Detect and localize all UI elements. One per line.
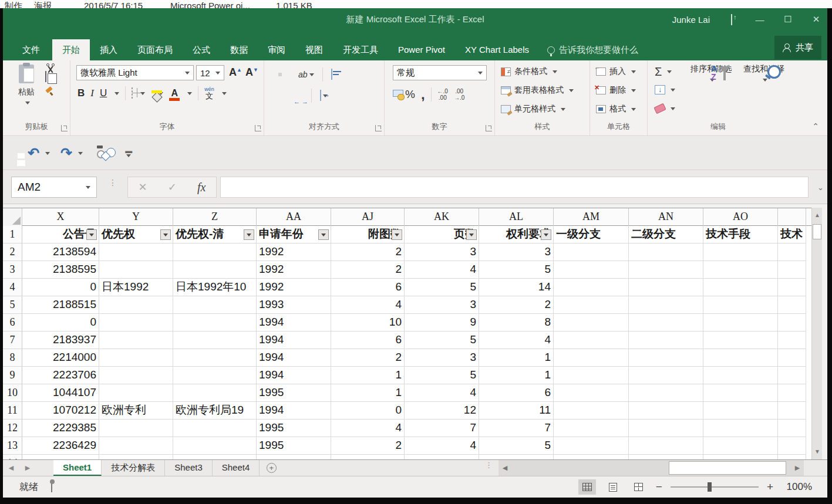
format-cells-button[interactable]: 格式 — [596, 104, 636, 114]
header-cell[interactable]: 附图数 — [331, 226, 405, 243]
data-cell[interactable]: 3 — [405, 296, 479, 314]
macro-record-button[interactable] — [38, 482, 52, 492]
data-cell[interactable]: 4 — [405, 437, 479, 455]
sheet-tab-Sheet4[interactable]: Sheet4 — [213, 460, 260, 476]
data-cell[interactable]: 3 — [405, 243, 479, 261]
row-number-9[interactable]: 9 — [3, 367, 22, 384]
data-cell[interactable]: 2 — [331, 261, 405, 279]
formula-input[interactable] — [220, 177, 809, 198]
minimize-button[interactable]: — — [753, 15, 766, 25]
vertical-scroll-thumb[interactable] — [813, 224, 821, 239]
customize-qat-button[interactable]: ▬ — [125, 148, 132, 158]
data-cell[interactable]: 1994 — [257, 349, 331, 367]
data-cell[interactable]: 0 — [22, 279, 99, 296]
redo-button[interactable]: ↷ — [60, 147, 72, 160]
normal-view-button[interactable] — [578, 479, 596, 495]
sheet-tab-技术分解表[interactable]: 技术分解表 — [102, 460, 165, 476]
data-cell[interactable] — [703, 367, 778, 384]
expand-formula-bar-button[interactable]: ⌄ — [817, 183, 824, 192]
data-cell[interactable] — [703, 243, 778, 261]
data-cell[interactable] — [99, 243, 173, 261]
data-cell[interactable]: 1044107 — [22, 384, 99, 402]
zoom-in-button[interactable]: + — [767, 481, 773, 493]
increase-font-size-button[interactable]: A▲ — [229, 66, 242, 79]
data-cell[interactable]: 5 — [405, 332, 479, 349]
data-cell[interactable] — [554, 314, 629, 332]
data-cell[interactable]: 0 — [331, 402, 405, 420]
ribbon-tab-1[interactable]: 开始 — [52, 39, 90, 60]
select-all-corner[interactable] — [3, 208, 22, 226]
camera-button[interactable] — [87, 148, 92, 158]
wrap-text-button[interactable] — [331, 69, 332, 80]
data-cell[interactable] — [778, 367, 806, 384]
data-cell[interactable]: 5 — [405, 279, 479, 296]
data-cell[interactable] — [331, 455, 405, 459]
data-cell[interactable]: 0 — [22, 314, 99, 332]
data-cell[interactable] — [778, 437, 806, 455]
data-cell[interactable] — [173, 243, 257, 261]
filter-dropdown-button[interactable] — [541, 229, 551, 240]
data-cell[interactable] — [173, 314, 257, 332]
header-cell[interactable]: 技术手段 — [703, 226, 778, 243]
data-cell[interactable]: 3 — [479, 243, 554, 261]
ribbon-tab-7[interactable]: 视图 — [295, 39, 333, 60]
maximize-button[interactable]: ☐ — [782, 14, 794, 25]
data-cell[interactable] — [629, 261, 703, 279]
horizontal-scrollbar[interactable]: ◀ ▶ — [498, 460, 804, 476]
orientation-button[interactable]: ab — [298, 69, 314, 80]
data-cell[interactable] — [703, 332, 778, 349]
formula-bar-splitter[interactable]: ⋮ — [109, 181, 117, 185]
scroll-right-arrow[interactable]: ▶ — [791, 464, 804, 472]
data-cell[interactable]: 14 — [479, 279, 554, 296]
sort-filter-button[interactable]: AZ 排序和筛选 — [684, 64, 738, 85]
data-cell[interactable] — [99, 420, 173, 437]
data-cell[interactable]: 3 — [405, 349, 479, 367]
data-cell[interactable] — [778, 243, 806, 261]
data-cell[interactable]: 2 — [331, 349, 405, 367]
data-cell[interactable]: 8 — [479, 314, 554, 332]
name-box[interactable]: AM2 — [11, 177, 97, 198]
data-cell[interactable] — [778, 349, 806, 367]
data-cell[interactable]: 2229385 — [22, 420, 99, 437]
data-cell[interactable] — [173, 420, 257, 437]
data-cell[interactable]: 1 — [331, 367, 405, 384]
data-cell[interactable]: 10 — [331, 314, 405, 332]
horizontal-scroll-thumb[interactable] — [669, 461, 786, 475]
tab-file[interactable]: 文件 — [10, 39, 52, 60]
data-cell[interactable]: 1993 — [257, 296, 331, 314]
cell-styles-button[interactable]: 单元格样式 — [501, 104, 565, 114]
data-cell[interactable]: 5 — [405, 367, 479, 384]
data-cell[interactable]: 2138595 — [22, 261, 99, 279]
data-cell[interactable]: 1994 — [257, 402, 331, 420]
data-cell[interactable]: 1992 — [257, 279, 331, 296]
data-cell[interactable]: 4 — [331, 420, 405, 437]
data-cell[interactable] — [173, 384, 257, 402]
close-button[interactable]: ✕ — [810, 14, 823, 25]
data-cell[interactable] — [629, 455, 703, 459]
column-header-partial[interactable] — [778, 208, 806, 226]
row-number-8[interactable]: 8 — [3, 349, 22, 367]
data-cell[interactable]: 1994 — [257, 314, 331, 332]
data-cell[interactable] — [99, 437, 173, 455]
data-cell[interactable] — [554, 384, 629, 402]
data-cell[interactable]: 4 — [405, 384, 479, 402]
data-cell[interactable]: 1992 — [257, 243, 331, 261]
data-cell[interactable] — [629, 279, 703, 296]
data-cell[interactable] — [99, 455, 173, 459]
data-cell[interactable] — [99, 296, 173, 314]
font-color-button[interactable]: A — [169, 88, 180, 99]
collapse-ribbon-button[interactable]: ⌃ — [812, 121, 819, 131]
data-cell[interactable] — [99, 314, 173, 332]
scroll-left-arrow[interactable]: ◀ — [498, 464, 511, 472]
fill-button[interactable]: ↓ — [655, 85, 675, 94]
data-cell[interactable] — [629, 349, 703, 367]
data-cell[interactable] — [554, 296, 629, 314]
data-cell[interactable]: 1994 — [257, 332, 331, 349]
header-cell[interactable]: 二级分支 — [629, 226, 703, 243]
data-cell[interactable] — [703, 296, 778, 314]
data-cell[interactable] — [554, 279, 629, 296]
ribbon-tab-10[interactable]: XY Chart Labels — [455, 39, 539, 60]
data-cell[interactable] — [173, 349, 257, 367]
font-name-combo[interactable]: 微软雅黑 Light — [76, 65, 194, 80]
alignment-dialog-launcher[interactable] — [375, 125, 382, 131]
